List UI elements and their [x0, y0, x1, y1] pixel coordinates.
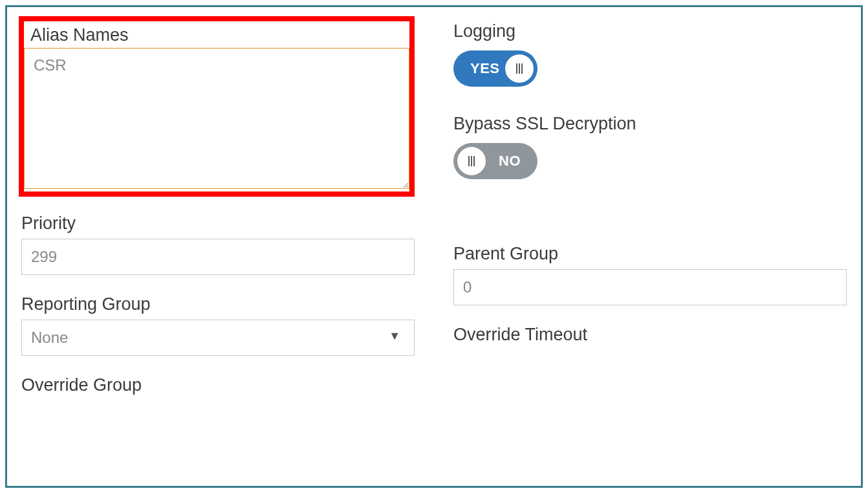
alias-names-label: Alias Names: [24, 21, 409, 48]
override-timeout-group: Override Timeout: [453, 325, 847, 345]
reporting-group-select[interactable]: None: [21, 320, 415, 356]
bypass-ssl-group: Bypass SSL Decryption NO: [453, 114, 847, 179]
logging-label: Logging: [453, 21, 847, 41]
priority-input[interactable]: [21, 239, 415, 275]
right-column: Logging YES Bypass SSL Decryption NO: [453, 19, 847, 400]
left-column: Alias Names Priority Reporting Group Non…: [21, 19, 415, 400]
parent-group-label: Parent Group: [453, 244, 847, 264]
logging-toggle[interactable]: YES: [453, 50, 537, 87]
grip-icon: [516, 63, 523, 74]
logging-group: Logging YES: [453, 21, 847, 87]
settings-panel: Alias Names Priority Reporting Group Non…: [5, 5, 863, 488]
override-group-group: Override Group: [21, 375, 415, 395]
bypass-ssl-toggle[interactable]: NO: [453, 143, 537, 179]
bypass-ssl-label: Bypass SSL Decryption: [453, 114, 847, 134]
reporting-group-selected: None: [31, 329, 68, 347]
alias-names-input[interactable]: [24, 48, 409, 189]
parent-group-group: Parent Group: [453, 244, 847, 305]
priority-group: Priority: [21, 214, 415, 275]
priority-label: Priority: [21, 214, 415, 234]
alias-names-highlight: Alias Names: [19, 16, 415, 197]
override-group-label: Override Group: [21, 375, 415, 395]
grip-icon: [468, 156, 475, 166]
reporting-group-label: Reporting Group: [21, 294, 415, 314]
toggle-knob-icon: [457, 147, 486, 175]
reporting-group-group: Reporting Group None ▼: [21, 294, 415, 356]
override-timeout-label: Override Timeout: [453, 325, 847, 345]
parent-group-input[interactable]: [453, 269, 847, 305]
toggle-knob-icon: [505, 54, 534, 83]
